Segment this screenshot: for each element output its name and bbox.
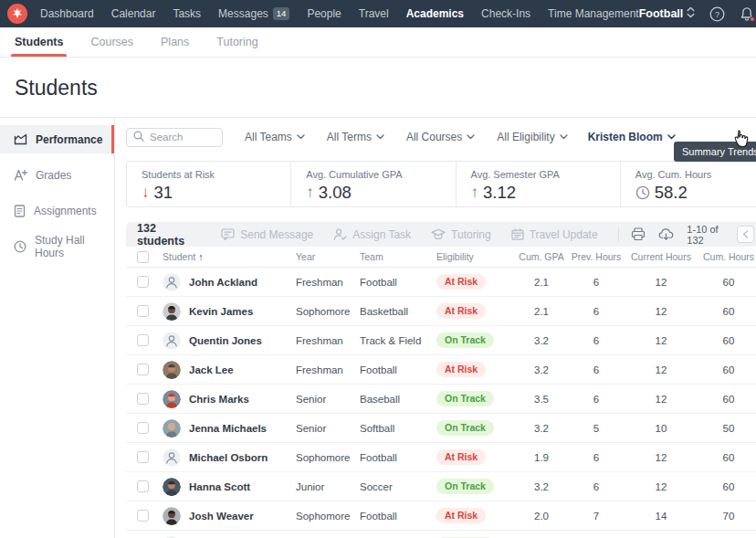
nav-item-label: Calendar <box>111 7 156 20</box>
table-row[interactable]: Quentin JonesFreshmanTrack & FieldOn Tra… <box>126 326 756 355</box>
search-box <box>126 128 223 147</box>
cum-gpa-cell: 1.9 <box>517 452 566 463</box>
bulk-action-tutoring[interactable]: Tutoring <box>431 228 491 241</box>
export-download-icon[interactable] <box>658 227 674 241</box>
nav-item-academics[interactable]: Academics <box>406 7 464 20</box>
nav-item-calendar[interactable]: Calendar <box>111 7 156 20</box>
prev-hours-cell: 5 <box>566 423 626 434</box>
cum-gpa-cell: 3.2 <box>517 481 566 492</box>
column-header-year[interactable]: Year <box>296 251 360 262</box>
team-selector[interactable]: Football <box>639 6 696 21</box>
notifications-bell-icon[interactable] <box>740 6 754 22</box>
student-cell: Quentin Jones <box>163 332 296 350</box>
cum-hours-cell: 60 <box>696 335 756 346</box>
nav-item-dashboard[interactable]: Dashboard <box>40 7 94 20</box>
tab-courses[interactable]: Courses <box>90 27 133 57</box>
table-row[interactable]: Kevin JamesSophomoreBasketballAt Risk2.1… <box>126 297 756 326</box>
table-row[interactable]: Josh WeaverSophomoreFootballAt Risk2.071… <box>126 501 756 531</box>
help-icon[interactable]: ? <box>709 6 725 22</box>
tab-plans[interactable]: Plans <box>161 27 189 57</box>
bulk-action-assign-task[interactable]: Assign Task <box>333 228 411 241</box>
filter-dropdown-label: All Courses <box>406 131 462 143</box>
pagination-prev-button[interactable] <box>737 226 754 243</box>
tab-students[interactable]: Students <box>15 27 63 57</box>
bulk-action-travel-update[interactable]: Travel Update <box>511 228 598 241</box>
nav-item-travel[interactable]: Travel <box>359 7 389 20</box>
current-hours-cell: 12 <box>626 306 696 317</box>
stat-label: Avg. Semester GPA <box>471 169 620 180</box>
nav-item-tasks[interactable]: Tasks <box>173 7 201 20</box>
cum-gpa-cell: 3.2 <box>517 335 566 346</box>
bulk-action-send-message[interactable]: Send Message <box>221 228 313 241</box>
table-row[interactable]: John AcklandFreshmanFootballAt Risk2.161… <box>126 268 756 297</box>
student-name: Kevin James <box>189 306 253 317</box>
tab-tutoring[interactable]: Tutoring <box>216 27 257 57</box>
app-logo-icon[interactable] <box>7 4 27 24</box>
row-checkbox[interactable] <box>137 276 149 288</box>
table-row[interactable]: Chris MarksSeniorBaseballOn Track3.56126… <box>126 385 756 414</box>
eligibility-status-badge: On Track <box>436 420 494 436</box>
filter-dropdown-all-eligibility[interactable]: All Eligibility <box>497 131 567 143</box>
filter-dropdown-all-courses[interactable]: All Courses <box>406 131 475 143</box>
select-all-checkbox[interactable] <box>137 251 149 263</box>
sidebar-item-grades[interactable]: Grades <box>0 161 114 189</box>
sidebar-item-study-hall-hours[interactable]: Study Hall Hours <box>0 232 114 260</box>
student-name: Hanna Scott <box>189 481 250 492</box>
current-hours-cell: 10 <box>626 423 696 434</box>
column-header-prev-hours[interactable]: Prev. Hours <box>566 251 626 262</box>
year-cell: Senior <box>296 423 360 434</box>
placeholder-avatar-icon <box>163 448 181 467</box>
column-header-student[interactable]: Student↑ <box>163 251 296 262</box>
table-row[interactable]: Jennifer ZeeJuniorTrack & FieldOn Track3… <box>126 531 756 538</box>
table-row[interactable]: Hanna ScottJuniorSoccerOn Track3.261260 <box>126 472 756 501</box>
student-cell: Kevin James <box>163 302 296 321</box>
sidebar-item-performance[interactable]: Performance <box>0 125 114 153</box>
nav-item-label: People <box>307 7 341 20</box>
study-hall-icon <box>14 240 26 253</box>
student-name: Chris Marks <box>189 394 249 405</box>
filter-dropdown-all-terms[interactable]: All Terms <box>327 131 384 143</box>
students-table: 132 students Send MessageAssign TaskTuto… <box>126 222 756 538</box>
table-row[interactable]: Jenna MichaelsSeniorSoftballOn Track3.25… <box>126 414 756 443</box>
column-header-cum-hours[interactable]: Cum. Hours <box>696 251 756 262</box>
filter-bar: All TeamsAll TermsAll CoursesAll Eligibi… <box>126 125 756 149</box>
row-checkbox[interactable] <box>137 480 149 492</box>
tutoring-icon <box>431 228 446 240</box>
column-header-eligibility[interactable]: Eligibility <box>436 251 517 262</box>
table-row[interactable]: Michael OsbornSophomoreFootballAt Risk1.… <box>126 443 756 472</box>
nav-item-messages[interactable]: Messages14 <box>218 7 289 20</box>
cum-hours-cell: 60 <box>696 481 756 492</box>
row-select-cell <box>137 393 163 405</box>
nav-item-label: Academics <box>406 7 464 20</box>
row-checkbox[interactable] <box>137 364 149 375</box>
column-header-current-hours[interactable]: Current Hours <box>626 251 696 262</box>
row-checkbox[interactable] <box>137 393 149 405</box>
row-checkbox[interactable] <box>137 451 149 463</box>
row-checkbox[interactable] <box>137 510 149 522</box>
nav-item-time-management[interactable]: Time Management <box>548 7 639 20</box>
print-icon[interactable] <box>631 227 646 241</box>
messages-count-badge: 14 <box>273 7 290 19</box>
row-checkbox[interactable] <box>137 305 149 317</box>
column-header-team[interactable]: Team <box>360 251 436 262</box>
team-cell: Football <box>360 277 436 288</box>
student-photo-avatar <box>163 361 181 379</box>
stat-card-students-at-risk: Students at Risk↓31 <box>127 162 291 206</box>
year-cell: Sophomore <box>296 511 360 522</box>
filter-dropdown-all-teams[interactable]: All Teams <box>245 131 305 143</box>
current-hours-cell: 12 <box>626 277 696 288</box>
sidebar-item-assignments[interactable]: Assignments <box>0 196 114 225</box>
table-row[interactable]: Jack LeeFreshmanFootballAt Risk3.261260 <box>126 355 756 385</box>
nav-item-people[interactable]: People <box>307 7 341 20</box>
row-checkbox[interactable] <box>137 422 149 434</box>
column-header-cum-gpa[interactable]: Cum. GPA <box>517 251 566 262</box>
stat-label: Avg. Cumulative GPA <box>306 169 455 180</box>
mouse-cursor <box>733 130 750 152</box>
advisor-dropdown[interactable]: Kristen Bloom <box>588 131 676 143</box>
nav-item-check-ins[interactable]: Check-Ins <box>481 7 530 20</box>
row-checkbox[interactable] <box>137 334 149 346</box>
eligibility-cell: At Risk <box>436 303 517 319</box>
current-hours-cell: 14 <box>626 511 696 522</box>
sidebar-item-label: Assignments <box>34 205 97 217</box>
search-input[interactable] <box>150 132 215 142</box>
